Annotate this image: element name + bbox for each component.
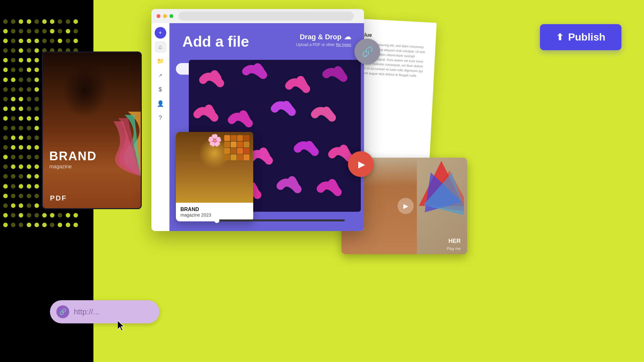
- dot: [3, 39, 8, 43]
- sidebar-item-dollar[interactable]: $: [155, 84, 166, 95]
- dot: [11, 155, 15, 159]
- file-types-link[interactable]: file types: [336, 42, 351, 47]
- browser-content: Add a file Drag & Drop ☁ Upload a PDF or…: [169, 23, 364, 231]
- svg-rect-6: [237, 142, 243, 147]
- publish-button[interactable]: ⬆ Publish: [540, 24, 621, 50]
- dot: [27, 107, 31, 111]
- dot: [34, 174, 39, 179]
- dot: [19, 97, 23, 101]
- dot: [3, 78, 8, 82]
- dot: [19, 78, 23, 82]
- dot: [3, 126, 8, 130]
- progress-fill: [189, 219, 217, 221]
- dot: [27, 126, 31, 130]
- dot: [19, 19, 23, 24]
- sidebar-item-user[interactable]: 👤: [155, 98, 166, 109]
- progress-bar[interactable]: [189, 219, 345, 221]
- dot: [11, 203, 15, 208]
- dot: [11, 174, 15, 179]
- sidebar-item-analytics[interactable]: ↗: [155, 70, 166, 81]
- svg-rect-12: [224, 154, 230, 160]
- brand-magazine-card: 🌸 BRAND magazine 2023: [176, 132, 253, 221]
- browser-titlebar: [151, 9, 364, 23]
- dot: [34, 213, 39, 218]
- dot: [34, 58, 39, 62]
- browser-url-bar[interactable]: [178, 12, 354, 21]
- svg-rect-10: [237, 148, 243, 154]
- dot: [11, 135, 15, 140]
- dot: [34, 223, 39, 227]
- dot: [27, 223, 31, 227]
- dot: [34, 78, 39, 82]
- dot: [34, 164, 39, 169]
- dot: [19, 87, 23, 92]
- dot: [11, 87, 15, 92]
- svg-rect-1: [231, 135, 236, 141]
- dot: [27, 68, 31, 72]
- dot: [34, 68, 39, 72]
- dot: [50, 29, 54, 33]
- browser-maximize-dot[interactable]: [169, 14, 173, 18]
- dot: [19, 126, 23, 130]
- dot: [73, 213, 78, 218]
- url-text: http://...: [74, 307, 100, 316]
- dot: [34, 194, 39, 198]
- video-play-btn[interactable]: ▶: [398, 198, 414, 214]
- svg-rect-8: [224, 148, 230, 154]
- sidebar-item-home[interactable]: ⌂: [155, 41, 166, 53]
- pdf-brand-title: BRAND: [49, 149, 97, 163]
- dot: [3, 29, 8, 33]
- link-circle-button[interactable]: 🔗: [354, 39, 380, 64]
- dot: [27, 97, 31, 101]
- dot: [42, 213, 47, 218]
- dot: [11, 78, 15, 82]
- dot: [66, 29, 70, 33]
- svg-rect-0: [224, 135, 230, 141]
- dot: [3, 194, 8, 198]
- pdf-brand-sub: magazine: [49, 164, 97, 170]
- dot: [27, 87, 31, 92]
- dot: [66, 213, 70, 218]
- dot: [27, 174, 31, 179]
- dot: [66, 39, 70, 43]
- video-card-play-me: Play me: [447, 246, 461, 251]
- dot: [19, 213, 23, 218]
- dot: [3, 155, 8, 159]
- dot: [3, 145, 8, 150]
- dot: [3, 135, 8, 140]
- dot: [34, 184, 39, 189]
- browser-minimize-dot[interactable]: [163, 14, 167, 18]
- dot: [11, 29, 15, 33]
- dot: [27, 184, 31, 189]
- dot: [34, 145, 39, 150]
- dot: [3, 184, 8, 189]
- play-circle-button[interactable]: ▶: [348, 151, 374, 177]
- dot: [34, 19, 39, 24]
- progress-knob[interactable]: [214, 218, 219, 223]
- dot: [73, 39, 78, 43]
- svg-rect-13: [231, 154, 236, 160]
- dot: [27, 145, 31, 150]
- url-bar[interactable]: 🔗 http://...: [50, 300, 159, 323]
- dot: [34, 29, 39, 33]
- svg-rect-14: [237, 154, 243, 160]
- browser-close-dot[interactable]: [157, 14, 160, 18]
- sidebar-item-help[interactable]: ?: [155, 112, 166, 124]
- dot: [19, 194, 23, 198]
- dot: [19, 203, 23, 208]
- sidebar-item-add[interactable]: +: [155, 27, 166, 39]
- dot: [50, 19, 54, 24]
- svg-rect-2: [237, 135, 243, 141]
- dot: [11, 116, 15, 121]
- dot: [11, 126, 15, 130]
- dot: [27, 213, 31, 218]
- dot: [3, 107, 8, 111]
- sidebar-item-folder[interactable]: 📁: [155, 55, 166, 67]
- dot: [11, 164, 15, 169]
- dot: [19, 48, 23, 53]
- dot: [19, 155, 23, 159]
- dot: [34, 39, 39, 43]
- brand-card-photo: 🌸: [176, 132, 253, 203]
- dot: [27, 58, 31, 62]
- dot: [19, 223, 23, 227]
